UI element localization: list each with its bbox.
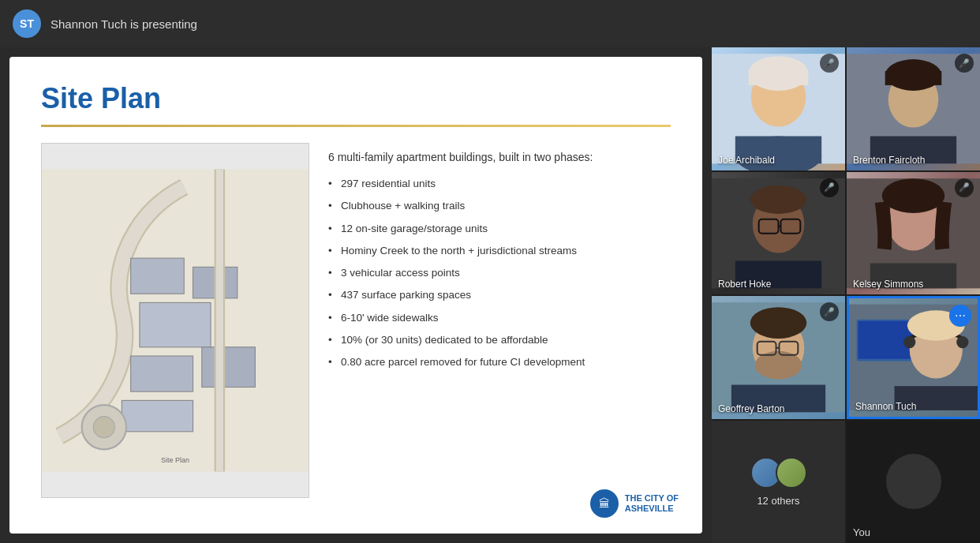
svg-point-47 [956, 336, 968, 348]
brenton-mute-icon: 🎤 [955, 54, 974, 73]
bullet-item: 10% (or 30 units) dedicated to be afford… [328, 329, 671, 351]
svg-rect-1 [131, 258, 185, 294]
presenter-avatar: ST [13, 9, 41, 38]
presenter-status: Shannon Tuch is presenting [50, 17, 197, 31]
svg-rect-3 [140, 302, 211, 346]
svg-text:Site Plan: Site Plan [161, 456, 189, 464]
kelsey-mute-icon: 🎤 [955, 178, 974, 197]
slide-title: Site Plan [41, 82, 671, 115]
shannon-name: Shannon Tuch [855, 401, 916, 412]
you-label: You [853, 526, 870, 538]
svg-rect-6 [122, 400, 193, 431]
slide-logo: 🏛 THE CITY OF ASHEVILLE [590, 489, 679, 518]
slide-bullets-list: 297 residential unitsClubhouse + walking… [328, 173, 671, 373]
svg-point-46 [903, 336, 915, 348]
participants-panel: 🎤 Joe Archibald 🎤 Brenton Faircloth [712, 47, 980, 543]
svg-point-32 [882, 178, 945, 213]
slide-container: Site Plan [9, 57, 702, 534]
bullet-item: 6-10' wide sidewalks [328, 307, 671, 329]
bullet-item: Hominy Creek to the north + jurisdiction… [328, 240, 671, 262]
slide-map: Site Plan [41, 143, 309, 498]
bullet-item: 297 residential units [328, 173, 671, 195]
svg-rect-21 [885, 71, 942, 85]
svg-point-28 [750, 185, 807, 214]
brenton-name: Brenton Faircloth [853, 155, 925, 166]
participant-tile-robert: 🎤 Robert Hoke [712, 172, 845, 295]
slide-intro: 6 multi-family apartment buildings, buil… [328, 151, 671, 163]
participant-tile-shannon: ⋯ Shannon Tuch [847, 296, 980, 419]
participant-tile-you: You [847, 421, 980, 544]
slide-divider [41, 125, 671, 127]
participant-tile-brenton: 🎤 Brenton Faircloth [847, 47, 980, 170]
bullet-item: 0.80 acre parcel removed for future CI d… [328, 351, 671, 373]
others-label: 12 others [757, 495, 799, 507]
bullet-item: 3 vehicular access points [328, 262, 671, 284]
svg-point-8 [93, 417, 114, 438]
others-avatars [750, 457, 807, 489]
you-avatar-circle [886, 454, 941, 509]
slide-text-content: 6 multi-family apartment buildings, buil… [328, 143, 671, 498]
participant-tile-kelsey: 🎤 Kelsey Simmons [847, 172, 980, 295]
others-avatar-2 [776, 457, 807, 489]
geoffrey-name: Geoffrey Barton [718, 403, 785, 414]
participant-tile-joe: 🎤 Joe Archibald [712, 47, 845, 170]
slide-content: Site Plan 6 multi-family apartment build… [41, 143, 671, 498]
joe-mute-icon: 🎤 [820, 54, 839, 73]
geoffrey-mute-icon: 🎤 [820, 302, 839, 321]
robert-mute-icon: 🎤 [820, 178, 839, 197]
joe-name: Joe Archibald [718, 155, 775, 166]
main-layout: Site Plan [0, 47, 980, 543]
svg-rect-15 [749, 69, 809, 85]
robert-name: Robert Hoke [718, 279, 771, 290]
svg-point-40 [750, 307, 807, 339]
participant-tile-others[interactable]: 12 others [712, 421, 845, 544]
bullet-item: Clubhouse + walking trails [328, 195, 671, 217]
presentation-area: Site Plan [0, 47, 712, 543]
city-logo-text: THE CITY OF ASHEVILLE [625, 493, 679, 514]
top-bar: ST Shannon Tuch is presenting [0, 0, 980, 47]
svg-rect-4 [131, 356, 193, 391]
city-logo-icon: 🏛 [590, 489, 619, 518]
map-svg: Site Plan [42, 144, 309, 497]
svg-rect-5 [202, 347, 256, 388]
participant-tile-geoffrey: 🎤 Geoffrey Barton [712, 296, 845, 419]
bullet-item: 12 on-site garage/storage units [328, 218, 671, 240]
shannon-more-options[interactable]: ⋯ [949, 305, 971, 327]
kelsey-name: Kelsey Simmons [853, 279, 923, 290]
bullet-item: 437 surface parking spaces [328, 284, 671, 306]
